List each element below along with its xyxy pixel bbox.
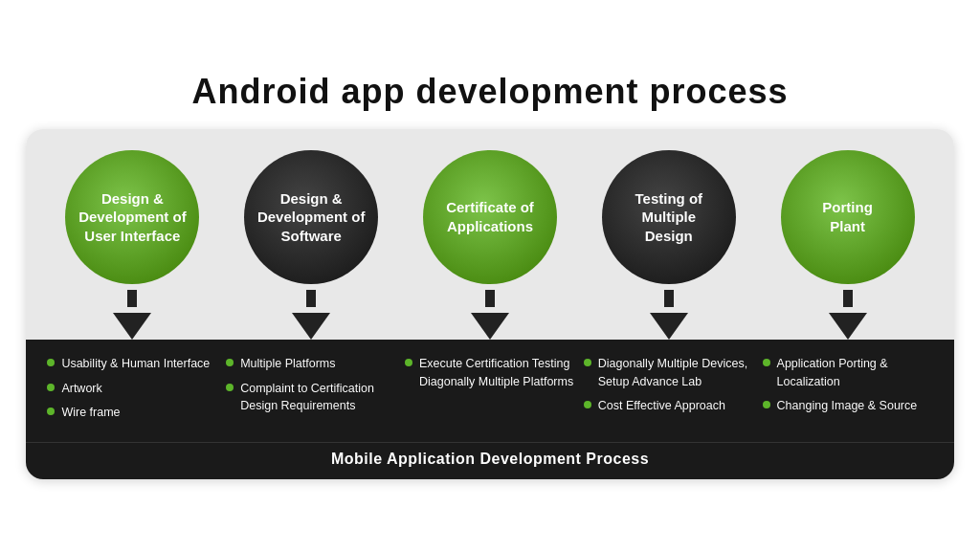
bullet-text: Application Porting & Localization (777, 355, 933, 391)
footer-bar: Mobile Application Development Process (26, 442, 954, 479)
bullet-dot (405, 359, 412, 366)
bullet-text: Execute Certification Testing Diagonally… (419, 355, 575, 391)
bullet-text: Usability & Human Interface (61, 355, 210, 373)
list-item: Diagonally Multiple Devices, Setup Advan… (584, 355, 754, 391)
arrow-1 (113, 290, 151, 340)
bullet-text: Diagonally Multiple Devices, Setup Advan… (598, 355, 754, 391)
column-1: Design &Development ofUser Interface (46, 150, 218, 340)
bullet-text: Artwork (61, 380, 101, 398)
column-5: PortingPlant (762, 150, 934, 340)
bullet-dot (47, 408, 55, 415)
circle-testing: Testing ofMultipleDesign (602, 150, 736, 284)
list-item: Artwork (47, 380, 217, 398)
bullet-col-4: Diagonally Multiple Devices, Setup Advan… (584, 355, 754, 429)
list-item: Cost Effective Approach (584, 397, 754, 415)
arrow-4 (650, 290, 688, 340)
bullet-dot (226, 359, 234, 366)
circle-design-sw: Design &Development ofSoftware (244, 150, 378, 284)
bullet-text: Cost Effective Approach (598, 397, 725, 415)
bullet-text: Complaint to Certification Design Requir… (240, 380, 396, 416)
arrow-2 (292, 290, 330, 340)
bottom-section: Usability & Human Interface Artwork Wire… (26, 340, 954, 442)
list-item: Wire frame (47, 404, 217, 422)
column-2: Design &Development ofSoftware (225, 150, 397, 340)
footer-text: Mobile Application Development Process (331, 451, 649, 467)
arrow-3 (471, 290, 509, 340)
list-item: Multiple Platforms (226, 355, 396, 373)
column-3: Certificate ofApplications (404, 150, 576, 340)
main-container: Design &Development ofUser Interface Des… (26, 129, 954, 479)
bullet-col-3: Execute Certification Testing Diagonally… (405, 355, 575, 429)
bullet-dot (584, 401, 591, 408)
bullet-dot (584, 359, 591, 366)
bullet-col-5: Application Porting & Localization Chang… (763, 355, 933, 429)
arrow-5 (829, 290, 867, 340)
list-item: Complaint to Certification Design Requir… (226, 380, 396, 416)
bullet-dot (47, 384, 55, 391)
bullet-text: Changing Image & Source (777, 397, 918, 415)
column-4: Testing ofMultipleDesign (583, 150, 755, 340)
bullet-col-1: Usability & Human Interface Artwork Wire… (47, 355, 217, 429)
circle-certificate: Certificate ofApplications (423, 150, 557, 284)
bullet-col-2: Multiple Platforms Complaint to Certific… (226, 355, 396, 429)
page-title: Android app development process (191, 72, 788, 112)
bullet-dot (763, 359, 770, 366)
circle-design-ui: Design &Development ofUser Interface (65, 150, 199, 284)
bullet-dot (47, 359, 55, 366)
list-item: Execute Certification Testing Diagonally… (405, 355, 575, 391)
bullet-dot (226, 384, 234, 391)
list-item: Changing Image & Source (763, 397, 933, 415)
list-item: Usability & Human Interface (47, 355, 217, 373)
bullet-text: Wire frame (61, 404, 120, 422)
bullet-text: Multiple Platforms (240, 355, 335, 373)
bullet-dot (763, 401, 770, 408)
top-section: Design &Development ofUser Interface Des… (26, 129, 954, 340)
circle-porting: PortingPlant (781, 150, 915, 284)
list-item: Application Porting & Localization (763, 355, 933, 391)
